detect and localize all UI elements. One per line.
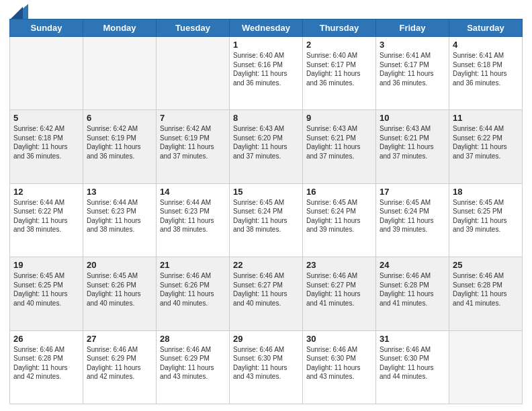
day-number: 3 (380, 40, 445, 50)
day-info: Sunrise: 6:45 AMSunset: 6:25 PMDaylight:… (13, 271, 79, 308)
day-info: Sunrise: 6:44 AMSunset: 6:22 PMDaylight:… (13, 198, 79, 234)
day-info: Sunrise: 6:45 AMSunset: 6:24 PMDaylight:… (380, 198, 445, 234)
day-info: Sunrise: 6:41 AMSunset: 6:17 PMDaylight:… (380, 51, 445, 87)
day-number: 27 (87, 334, 152, 344)
day-info: Sunrise: 6:46 AMSunset: 6:28 PMDaylight:… (13, 345, 79, 381)
calendar-cell: 28Sunrise: 6:46 AMSunset: 6:29 PMDayligh… (157, 330, 230, 404)
calendar-cell (449, 330, 523, 404)
calendar-cell: 27Sunrise: 6:46 AMSunset: 6:29 PMDayligh… (83, 330, 157, 404)
day-info: Sunrise: 6:41 AMSunset: 6:18 PMDaylight:… (453, 51, 519, 87)
svg-marker-1 (11, 7, 23, 19)
day-info: Sunrise: 6:46 AMSunset: 6:30 PMDaylight:… (306, 345, 372, 381)
day-info: Sunrise: 6:44 AMSunset: 6:23 PMDaylight:… (87, 198, 152, 234)
day-number: 14 (160, 187, 226, 197)
calendar-cell: 23Sunrise: 6:46 AMSunset: 6:27 PMDayligh… (303, 257, 376, 330)
calendar-week-row: 26Sunrise: 6:46 AMSunset: 6:28 PMDayligh… (10, 330, 523, 404)
weekday-header: Thursday (303, 19, 376, 37)
day-number: 4 (453, 40, 519, 50)
calendar-cell: 16Sunrise: 6:45 AMSunset: 6:24 PMDayligh… (303, 183, 376, 257)
logo (9, 7, 28, 15)
calendar-cell: 10Sunrise: 6:43 AMSunset: 6:21 PMDayligh… (376, 110, 449, 183)
calendar-week-row: 12Sunrise: 6:44 AMSunset: 6:22 PMDayligh… (10, 183, 523, 257)
calendar-cell: 11Sunrise: 6:44 AMSunset: 6:22 PMDayligh… (449, 110, 523, 183)
day-info: Sunrise: 6:43 AMSunset: 6:20 PMDaylight:… (233, 124, 299, 161)
day-info: Sunrise: 6:45 AMSunset: 6:25 PMDaylight:… (453, 198, 519, 234)
day-number: 11 (453, 113, 519, 123)
calendar-cell: 24Sunrise: 6:46 AMSunset: 6:28 PMDayligh… (376, 257, 449, 330)
weekday-header: Wednesday (230, 19, 303, 37)
day-number: 12 (13, 187, 79, 197)
day-number: 15 (233, 187, 299, 197)
day-number: 5 (13, 113, 79, 123)
day-number: 26 (13, 334, 79, 344)
day-number: 13 (87, 187, 152, 197)
calendar-cell: 14Sunrise: 6:44 AMSunset: 6:23 PMDayligh… (157, 183, 230, 257)
calendar-cell: 6Sunrise: 6:42 AMSunset: 6:19 PMDaylight… (83, 110, 157, 183)
calendar-cell: 13Sunrise: 6:44 AMSunset: 6:23 PMDayligh… (83, 183, 157, 257)
day-info: Sunrise: 6:46 AMSunset: 6:29 PMDaylight:… (160, 345, 226, 381)
day-number: 24 (380, 260, 445, 270)
calendar-cell: 25Sunrise: 6:46 AMSunset: 6:28 PMDayligh… (449, 257, 523, 330)
calendar-cell: 1Sunrise: 6:40 AMSunset: 6:16 PMDaylight… (230, 37, 303, 110)
day-number: 8 (233, 113, 299, 123)
calendar-cell: 15Sunrise: 6:45 AMSunset: 6:24 PMDayligh… (230, 183, 303, 257)
day-info: Sunrise: 6:42 AMSunset: 6:18 PMDaylight:… (13, 124, 79, 161)
day-info: Sunrise: 6:40 AMSunset: 6:17 PMDaylight:… (306, 51, 372, 87)
day-info: Sunrise: 6:45 AMSunset: 6:24 PMDaylight:… (233, 198, 299, 234)
day-number: 9 (306, 113, 372, 123)
calendar-cell: 19Sunrise: 6:45 AMSunset: 6:25 PMDayligh… (10, 257, 83, 330)
calendar-cell (157, 37, 230, 110)
day-number: 23 (306, 260, 372, 270)
calendar-cell: 9Sunrise: 6:43 AMSunset: 6:21 PMDaylight… (303, 110, 376, 183)
day-number: 17 (380, 187, 445, 197)
calendar-cell: 4Sunrise: 6:41 AMSunset: 6:18 PMDaylight… (449, 37, 523, 110)
calendar-week-row: 1Sunrise: 6:40 AMSunset: 6:16 PMDaylight… (10, 37, 523, 110)
day-info: Sunrise: 6:46 AMSunset: 6:26 PMDaylight:… (160, 271, 226, 308)
day-info: Sunrise: 6:44 AMSunset: 6:23 PMDaylight:… (160, 198, 226, 234)
weekday-header: Sunday (10, 19, 83, 37)
day-info: Sunrise: 6:46 AMSunset: 6:29 PMDaylight:… (87, 345, 152, 381)
calendar-table: SundayMondayTuesdayWednesdayThursdayFrid… (9, 19, 523, 404)
weekday-header: Monday (83, 19, 157, 37)
day-info: Sunrise: 6:46 AMSunset: 6:27 PMDaylight:… (306, 271, 372, 308)
calendar-cell: 29Sunrise: 6:46 AMSunset: 6:30 PMDayligh… (230, 330, 303, 404)
day-number: 28 (160, 334, 226, 344)
calendar-cell: 31Sunrise: 6:46 AMSunset: 6:30 PMDayligh… (376, 330, 449, 404)
calendar-cell: 7Sunrise: 6:42 AMSunset: 6:19 PMDaylight… (157, 110, 230, 183)
calendar-cell: 12Sunrise: 6:44 AMSunset: 6:22 PMDayligh… (10, 183, 83, 257)
logo-icon (11, 4, 28, 19)
calendar-cell: 2Sunrise: 6:40 AMSunset: 6:17 PMDaylight… (303, 37, 376, 110)
day-info: Sunrise: 6:46 AMSunset: 6:30 PMDaylight:… (233, 345, 299, 381)
calendar-cell: 5Sunrise: 6:42 AMSunset: 6:18 PMDaylight… (10, 110, 83, 183)
calendar-cell (10, 37, 83, 110)
page: SundayMondayTuesdayWednesdayThursdayFrid… (0, 0, 532, 411)
day-info: Sunrise: 6:46 AMSunset: 6:28 PMDaylight:… (380, 271, 445, 308)
day-number: 30 (306, 334, 372, 344)
day-info: Sunrise: 6:45 AMSunset: 6:24 PMDaylight:… (306, 198, 372, 234)
weekday-header: Tuesday (157, 19, 230, 37)
day-info: Sunrise: 6:43 AMSunset: 6:21 PMDaylight:… (306, 124, 372, 161)
calendar-cell (83, 37, 157, 110)
calendar-week-row: 19Sunrise: 6:45 AMSunset: 6:25 PMDayligh… (10, 257, 523, 330)
day-number: 1 (233, 40, 299, 50)
day-info: Sunrise: 6:45 AMSunset: 6:26 PMDaylight:… (87, 271, 152, 308)
day-info: Sunrise: 6:43 AMSunset: 6:21 PMDaylight:… (380, 124, 445, 161)
day-number: 2 (306, 40, 372, 50)
calendar-cell: 22Sunrise: 6:46 AMSunset: 6:27 PMDayligh… (230, 257, 303, 330)
calendar-cell: 30Sunrise: 6:46 AMSunset: 6:30 PMDayligh… (303, 330, 376, 404)
day-number: 22 (233, 260, 299, 270)
weekday-header: Saturday (449, 19, 523, 37)
calendar-cell: 21Sunrise: 6:46 AMSunset: 6:26 PMDayligh… (157, 257, 230, 330)
day-number: 21 (160, 260, 226, 270)
day-info: Sunrise: 6:42 AMSunset: 6:19 PMDaylight:… (160, 124, 226, 161)
day-number: 18 (453, 187, 519, 197)
day-number: 20 (87, 260, 152, 270)
day-number: 7 (160, 113, 226, 123)
day-number: 16 (306, 187, 372, 197)
calendar-cell: 17Sunrise: 6:45 AMSunset: 6:24 PMDayligh… (376, 183, 449, 257)
day-number: 10 (380, 113, 445, 123)
calendar-cell: 3Sunrise: 6:41 AMSunset: 6:17 PMDaylight… (376, 37, 449, 110)
day-info: Sunrise: 6:44 AMSunset: 6:22 PMDaylight:… (453, 124, 519, 161)
day-info: Sunrise: 6:46 AMSunset: 6:28 PMDaylight:… (453, 271, 519, 308)
day-info: Sunrise: 6:46 AMSunset: 6:27 PMDaylight:… (233, 271, 299, 308)
